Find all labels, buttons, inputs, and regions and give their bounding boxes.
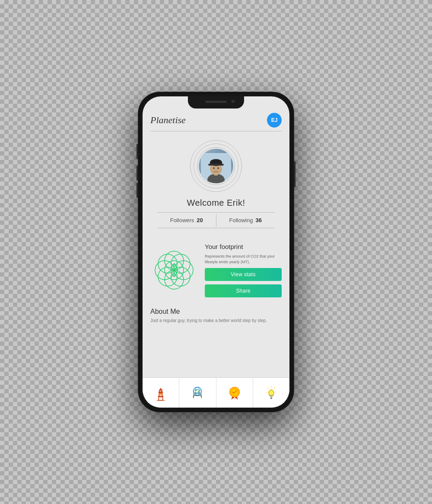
followers-label: Followers [170,217,194,223]
svg-rect-45 [270,397,272,399]
footprint-icon [150,246,198,294]
svg-point-38 [198,390,200,393]
app-logo: Planetise [150,115,186,126]
view-stats-button[interactable]: View stats [205,268,282,281]
footprint-title: Your footprint [205,243,282,250]
about-section: About Me Just a regular guy, trying to m… [143,302,289,330]
nav-item-badge[interactable] [216,378,253,408]
footprint-section: Your footprint Represents the amount of … [143,239,289,302]
svg-rect-6 [208,164,224,166]
nav-item-city[interactable] [143,378,179,408]
app-content: Planetise EJ [143,96,289,408]
avatar-badge[interactable]: EJ [267,113,282,128]
notch [188,96,244,108]
bulb-icon [263,385,280,401]
phone-screen: Planetise EJ [143,96,289,408]
footprint-description: Represents the amount of CO2 that your l… [205,254,282,265]
profile-rings [190,140,242,192]
nav-item-earth[interactable] [179,378,216,408]
nav-item-bulb[interactable] [253,378,289,408]
svg-line-48 [268,387,268,388]
svg-line-47 [274,387,275,388]
welcome-text: Welcome Erik! [187,198,245,208]
followers-stat: Followers 20 [157,213,216,228]
svg-point-8 [217,167,219,169]
app-header: Planetise EJ [143,109,289,131]
bottom-nav [143,377,289,408]
phone-frame: Planetise EJ [138,92,294,412]
followers-count: 20 [197,217,203,223]
svg-point-39 [195,392,197,393]
svg-rect-29 [160,393,162,395]
share-button[interactable]: Share [205,284,282,297]
notch-camera [232,100,235,103]
following-count: 36 [255,217,261,223]
about-text: Just a regular guy, trying to make a bet… [150,317,282,324]
svg-point-37 [195,389,198,391]
badge-icon [226,385,243,401]
earth-icon [189,385,206,401]
about-title: About Me [150,308,282,316]
svg-marker-28 [160,388,162,389]
profile-section: Welcome Erik! Followers 20 Following 36 [143,131,289,237]
svg-point-7 [213,167,215,169]
footprint-content: Your footprint Represents the amount of … [205,243,282,297]
stats-row: Followers 20 Following 36 [157,212,275,228]
notch-speaker [205,101,227,103]
city-icon [152,385,169,401]
profile-photo [199,149,233,183]
svg-point-36 [194,389,202,393]
following-label: Following [229,217,253,223]
following-stat: Following 36 [216,213,275,228]
